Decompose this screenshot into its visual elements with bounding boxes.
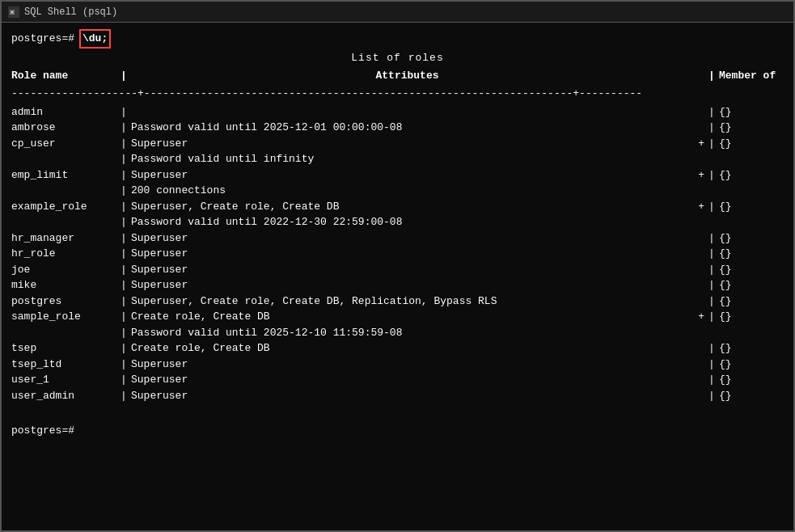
row-sep2: |	[704, 104, 719, 120]
row-sep2: |	[704, 388, 719, 404]
row-attrs: Password valid until 2025-12-01 00:00:00…	[131, 120, 687, 136]
row-member: {}	[719, 104, 784, 120]
row-attrs: Superuser	[131, 230, 687, 247]
row-role: admin	[11, 104, 116, 120]
app-icon: ⌘	[8, 6, 19, 18]
row-plus	[687, 230, 704, 247]
row-attrs: Superuser	[131, 277, 687, 293]
row-sep2: |	[704, 246, 719, 262]
row-sep2: |	[704, 230, 719, 247]
table-row: joe|Superuser|{}	[11, 262, 784, 278]
row-sep1: |	[116, 136, 131, 152]
table-row: hr_role|Superuser|{}	[11, 246, 784, 262]
table-row: |Password valid until 2025-12-10 11:59:5…	[11, 325, 784, 341]
table-row: tsep|Create role, Create DB|{}	[11, 340, 784, 357]
row-attrs: Password valid until infinity	[131, 151, 687, 167]
prompt-prefix: postgres=#	[11, 31, 74, 47]
row-role: mike	[11, 277, 116, 293]
table-row: cp_user|Superuser+|{}	[11, 136, 784, 152]
row-member: {}	[719, 372, 784, 388]
row-sep2: |	[704, 120, 719, 136]
row-plus: +	[687, 199, 704, 215]
row-sep1: |	[116, 151, 131, 167]
row-attrs: Create role, Create DB	[131, 340, 687, 357]
title-bar: ⌘ SQL Shell (psql)	[2, 2, 793, 23]
row-plus	[687, 120, 704, 136]
row-member: {}	[719, 277, 784, 293]
row-attrs: Password valid until 2025-12-10 11:59:59…	[131, 325, 687, 341]
row-attrs: Superuser	[131, 167, 687, 184]
table-row: tsep_ltd|Superuser|{}	[11, 357, 784, 373]
row-role	[11, 151, 116, 167]
row-attrs: Create role, Create DB	[131, 309, 687, 325]
row-attrs: Superuser, Create role, Create DB	[131, 199, 687, 215]
row-attrs: Superuser	[131, 246, 687, 262]
header-member: Member of	[719, 68, 784, 84]
table-row: |200 connections	[11, 183, 784, 199]
row-role: example_role	[11, 199, 116, 215]
table-row: mike|Superuser|{}	[11, 277, 784, 293]
table-row: admin||{}	[11, 104, 784, 120]
row-member: {}	[719, 340, 784, 357]
window-title: SQL Shell (psql)	[24, 6, 117, 18]
row-attrs: Superuser	[131, 262, 687, 278]
row-sep1: |	[116, 309, 131, 325]
row-role: joe	[11, 262, 116, 278]
row-role: user_1	[11, 372, 116, 388]
table-row: ambrose|Password valid until 2025-12-01 …	[11, 120, 784, 136]
table-title: List of roles	[11, 50, 784, 66]
terminal-body[interactable]: postgres=# \du; List of roles Role name …	[2, 23, 793, 530]
row-attrs: Superuser	[131, 388, 687, 404]
row-sep2	[704, 151, 719, 167]
header-role: Role name	[11, 68, 116, 84]
table-body: admin||{}ambrose|Password valid until 20…	[11, 104, 784, 404]
row-role	[11, 214, 116, 230]
empty-line	[11, 403, 784, 420]
row-sep2	[704, 214, 719, 230]
row-sep1: |	[116, 167, 131, 184]
row-attrs: Superuser, Create role, Create DB, Repli…	[131, 293, 687, 310]
row-sep2	[704, 183, 719, 199]
command-line: postgres=# \du;	[11, 29, 784, 49]
row-member	[719, 325, 784, 341]
row-sep1: |	[116, 325, 131, 341]
row-plus	[687, 104, 704, 120]
row-plus	[687, 357, 704, 373]
row-sep1: |	[116, 388, 131, 404]
row-plus: +	[687, 309, 704, 325]
row-role: tsep_ltd	[11, 357, 116, 373]
row-sep1: |	[116, 293, 131, 310]
row-plus	[687, 277, 704, 293]
row-role: sample_role	[11, 309, 116, 325]
bottom-prompt-line: postgres=#	[11, 423, 784, 439]
row-attrs: Password valid until 2022-12-30 22:59:00…	[131, 214, 687, 230]
bottom-prompt: postgres=#	[11, 423, 74, 439]
table-divider: --------------------+-------------------…	[11, 86, 784, 102]
row-role	[11, 325, 116, 341]
table-row: emp_limit|Superuser+|{}	[11, 167, 784, 184]
row-sep1: |	[116, 230, 131, 247]
row-sep1: |	[116, 340, 131, 357]
table-header: Role name | Attributes | Member of	[11, 68, 784, 84]
row-member: {}	[719, 388, 784, 404]
row-plus	[687, 372, 704, 388]
row-sep2	[704, 325, 719, 341]
row-member	[719, 214, 784, 230]
row-attrs: Superuser	[131, 136, 687, 152]
table-row: example_role|Superuser, Create role, Cre…	[11, 199, 784, 215]
row-member: {}	[719, 309, 784, 325]
header-attrs: Attributes	[131, 68, 687, 84]
table-row: hr_manager|Superuser|{}	[11, 230, 784, 247]
row-plus	[687, 183, 704, 199]
header-sep2: |	[704, 68, 719, 84]
row-plus: +	[687, 167, 704, 184]
row-sep1: |	[116, 104, 131, 120]
table-row: |Password valid until infinity	[11, 151, 784, 167]
row-role	[11, 183, 116, 199]
row-member	[719, 183, 784, 199]
row-sep2: |	[704, 357, 719, 373]
header-sep1: |	[116, 68, 131, 84]
row-role: postgres	[11, 293, 116, 310]
row-sep2: |	[704, 293, 719, 310]
table-row: postgres|Superuser, Create role, Create …	[11, 293, 784, 310]
